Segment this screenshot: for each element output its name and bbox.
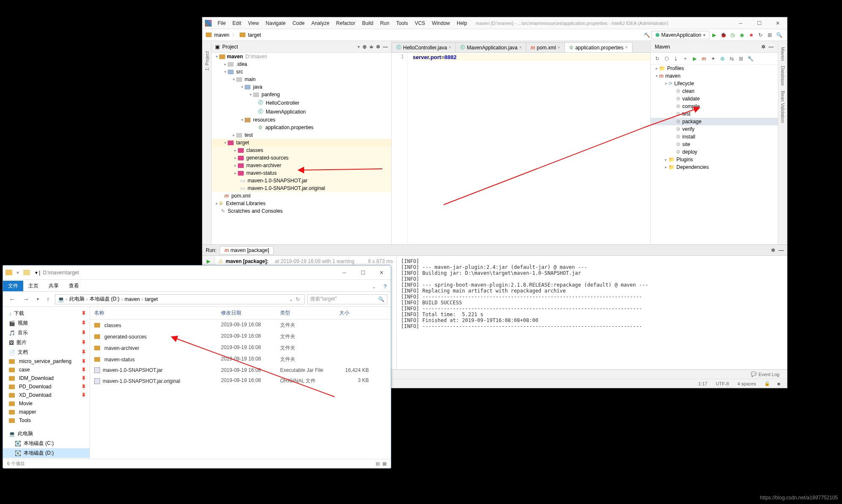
nav-music[interactable]: 🎵音乐📌 [3, 328, 90, 338]
rerun-button[interactable]: ▶ [207, 258, 210, 264]
ribbon-view[interactable]: 查看 [64, 281, 84, 291]
back-button[interactable]: ← [6, 294, 18, 304]
nav-movie[interactable]: Movie [3, 399, 90, 408]
settings-icon[interactable]: ✲ [771, 247, 775, 253]
history-button[interactable]: ▾ [34, 295, 41, 303]
minimize-button[interactable]: ─ [335, 266, 354, 280]
generate-button[interactable]: ⬡ [663, 55, 670, 62]
maven-tool-button[interactable]: Maven [780, 44, 785, 63]
tree-root[interactable]: maven [227, 54, 243, 60]
project-title[interactable]: Project [222, 44, 355, 50]
run-button[interactable]: ▶ [709, 31, 719, 39]
search-button[interactable]: 🔍 [774, 31, 784, 39]
col-name[interactable]: 名称 [90, 307, 217, 319]
tree-java[interactable]: java [252, 84, 262, 90]
status-smiley-icon[interactable]: ☻ [774, 381, 783, 386]
nav-case[interactable]: case📌 [3, 366, 90, 374]
tree-mavenstatus[interactable]: maven-status [245, 170, 277, 176]
nav-documents[interactable]: 📄文档📌 [3, 347, 90, 357]
nav-drivec[interactable]: 💽本地磁盘 (C:) [3, 439, 90, 448]
coverage-button[interactable]: ◷ [728, 31, 737, 39]
locate-button[interactable]: ⊕ [362, 44, 367, 50]
show-deps-button[interactable]: ⊞ [738, 55, 744, 62]
tab-application-properties[interactable]: ⚙application.properties× [564, 42, 632, 52]
tree-snapshot-orig[interactable]: maven-1.0-SNAPSHOT.jar.original [247, 185, 325, 191]
m-icon[interactable]: m [700, 55, 707, 62]
nav-microservice[interactable]: micro_service_panfeng📌 [3, 357, 90, 366]
help-button[interactable]: ? [379, 282, 391, 291]
tree-test[interactable]: test [244, 132, 253, 138]
nav-thispc[interactable]: 💻 此电脑 [3, 429, 90, 439]
hide-button[interactable]: — [383, 44, 388, 50]
hide-icon[interactable]: — [768, 44, 774, 50]
build-button[interactable]: 🔨 [642, 31, 651, 39]
event-log-button[interactable]: Event Log [758, 372, 779, 377]
file-row[interactable]: maven-archiver2019-09-19 16:08文件夹 [90, 342, 391, 354]
file-row[interactable]: classes2019-09-19 16:08文件夹 [90, 320, 391, 331]
menu-vcs[interactable]: VCS [411, 19, 429, 28]
tree-pom[interactable]: pom.xml [231, 193, 251, 199]
maven-lifecycle[interactable]: Lifecycle [674, 81, 694, 87]
tree-idea[interactable]: .idea [235, 61, 247, 67]
bc-thispc[interactable]: 此电脑 [69, 295, 84, 303]
breadcrumb-root[interactable]: maven [214, 32, 229, 38]
ribbon-share[interactable]: 共享 [44, 281, 64, 291]
tree-extlib[interactable]: External Libraries [225, 201, 265, 206]
event-log-icon[interactable]: 💬 [751, 371, 757, 377]
file-header[interactable]: 名称 修改日期 类型 大小 [90, 307, 391, 320]
ribbon-home[interactable]: 主页 [23, 281, 44, 291]
project-tree[interactable]: ▾mavenD:\maven ▸.idea ▾src ▾main ▾java ▾… [212, 53, 391, 244]
maven-goal-compile[interactable]: compile [682, 103, 700, 109]
bc-target[interactable]: target [145, 296, 158, 302]
code-line[interactable]: server.port=8882 [413, 54, 650, 61]
close-button[interactable]: ✕ [768, 17, 787, 29]
details-view-button[interactable]: ▤ [376, 461, 380, 466]
tree-panfeng[interactable]: panfeng [261, 92, 280, 98]
editor[interactable]: 1 server.port=8882 [392, 53, 650, 244]
menu-help[interactable]: Help [453, 19, 471, 28]
maven-goal-test[interactable]: test [682, 111, 690, 117]
caret-pos[interactable]: 1:17 [694, 381, 711, 386]
maximize-button[interactable]: ☐ [750, 17, 768, 29]
nav-mapper[interactable]: mapper [3, 408, 90, 416]
tree-scratches[interactable]: Scratches and Consoles [227, 208, 283, 214]
nav-idm[interactable]: IDM_Download📌 [3, 374, 90, 382]
run-button[interactable]: ▶ [691, 55, 698, 62]
file-row[interactable]: generated-sources2019-09-19 16:08文件夹 [90, 331, 391, 342]
structure-button[interactable]: ⊞ [765, 31, 774, 39]
run-config-selector[interactable]: ⬢ MavenApplication ▾ [651, 31, 709, 39]
tab-pom[interactable]: mpom.xml× [526, 42, 565, 52]
bc-maven[interactable]: maven [125, 296, 140, 302]
maven-plugins[interactable]: Plugins [676, 157, 693, 163]
update-button[interactable]: ↻ [756, 31, 765, 39]
indent[interactable]: 4 spaces [733, 381, 760, 386]
breadcrumb-target[interactable]: target [248, 32, 261, 38]
nav-tools[interactable]: Tools [3, 416, 90, 425]
search-icon[interactable]: 🔍 [378, 296, 384, 302]
tree-appprops[interactable]: application.properties [264, 125, 313, 130]
run-tab[interactable]: m maven [package] [220, 246, 273, 255]
file-row[interactable]: maven-1.0-SNAPSHOT.jar.original2019-09-1… [90, 375, 391, 387]
nav-pd[interactable]: PD_Download📌 [3, 382, 90, 391]
profile-button[interactable]: ◉ [737, 31, 747, 39]
maven-goal-install[interactable]: install [682, 134, 695, 140]
maven-goal-verify[interactable]: verify [682, 126, 695, 132]
encoding[interactable]: UTF-8 [711, 381, 733, 386]
expand-button[interactable]: ≑ [369, 44, 373, 50]
expand-ribbon-button[interactable]: ⌄ [368, 282, 379, 291]
nav-downloads[interactable]: ↓下载📌 [3, 309, 90, 318]
menu-build[interactable]: Build [359, 19, 377, 28]
settings-icon[interactable]: ✲ [761, 44, 766, 50]
file-row[interactable]: maven-1.0-SNAPSHOT.jar2019-09-19 16:08Ex… [90, 365, 391, 375]
close-icon[interactable]: × [449, 45, 451, 50]
close-icon[interactable]: × [625, 45, 628, 50]
beanvalidation-tool-button[interactable]: Bean Validation [780, 88, 785, 125]
menu-code[interactable]: Code [289, 19, 308, 28]
menu-analyze[interactable]: Analyze [308, 19, 333, 28]
close-icon[interactable]: × [558, 45, 560, 50]
col-size[interactable]: 大小 [335, 307, 373, 319]
skip-tests-button[interactable]: ⊘ [719, 55, 726, 62]
hide-icon[interactable]: — [779, 247, 784, 253]
tree-resources[interactable]: resources [252, 117, 275, 123]
menu-edit[interactable]: Edit [229, 19, 245, 28]
